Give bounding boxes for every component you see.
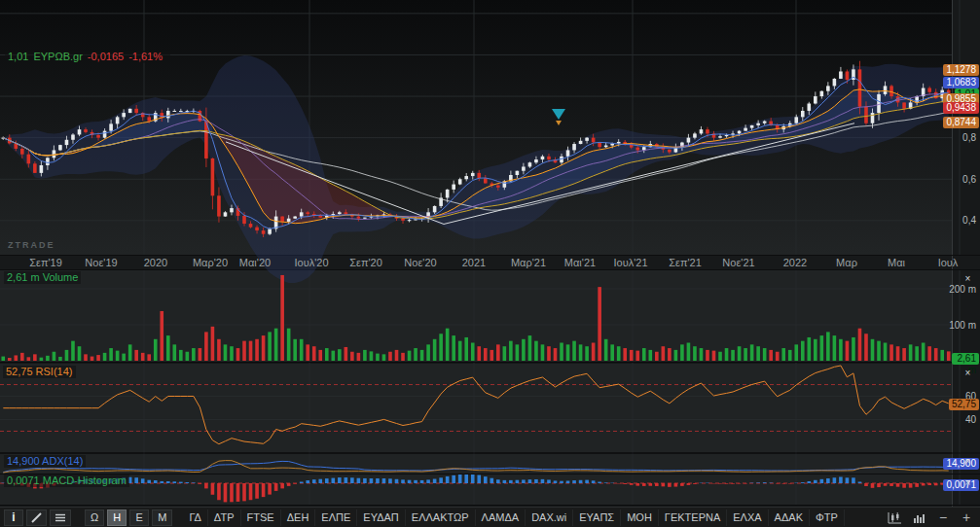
volume-pane-label: 2,61 m Volume: [4, 271, 81, 284]
platform-watermark: ZTRADE: [8, 240, 55, 250]
instrument-tab-14[interactable]: ΑΔΑΚ: [769, 509, 810, 526]
timeframe-month-button[interactable]: M: [152, 509, 172, 526]
price-axis[interactable]: 1,12781,06831,010,98550,94380,87442,61 m…: [952, 0, 980, 507]
histogram-icon: [912, 511, 926, 524]
candlestick-chart-icon: [887, 511, 902, 524]
bottom-toolbar: i Ω H E M ΓΔΔΤΡFTSEΔΕΗΕΛΠΕΕΥΔΑΠΕΛΛΑΚΤΩΡΛ…: [0, 507, 980, 527]
close-adx-pane-icon[interactable]: ×: [962, 456, 973, 467]
chart-type-button[interactable]: [884, 509, 905, 526]
symbol-quote-line: 1,01ΕΥΡΩΒ.gr-0,0165-1,61%: [5, 51, 170, 63]
timeframe-day-button[interactable]: H: [107, 509, 127, 526]
toolbar-right-group: − +: [884, 509, 976, 526]
close-volume-pane-icon[interactable]: ×: [962, 273, 973, 284]
annotation-marker-tip: [556, 121, 562, 125]
instrument-tab-13[interactable]: ΕΛΧΑ: [727, 509, 768, 526]
svg-text:Μαρ'21: Μαρ'21: [511, 257, 546, 268]
instrument-tab-6[interactable]: ΕΥΔΑΠ: [357, 509, 406, 526]
volume-value-badge: 2,61 m: [952, 353, 979, 365]
svg-text:Μαι'21: Μαι'21: [564, 257, 596, 268]
svg-text:Ιουλ'21: Ιουλ'21: [613, 257, 647, 268]
trading-app-window: 0,80,60,4200 m100 m6040Σεπ'19Νοε'192020Μ…: [0, 0, 980, 527]
instrument-tab-9[interactable]: DAX.wi: [526, 509, 573, 526]
price-axis-badge: 0,9438: [943, 102, 979, 114]
last-price-label: 1,01: [8, 51, 28, 62]
macd-value-badge: 0,0071: [943, 479, 979, 491]
rsi-value-badge: 52,75: [949, 399, 979, 410]
indicator-list-icon: [54, 511, 67, 524]
instrument-tab-4[interactable]: ΔΕΗ: [281, 509, 316, 526]
svg-text:Σεπ'19: Σεπ'19: [29, 257, 62, 268]
svg-text:2022: 2022: [783, 257, 807, 268]
instrument-tab-10[interactable]: ΕΥΑΠΣ: [573, 509, 621, 526]
svg-text:Νοε'20: Νοε'20: [404, 257, 436, 268]
instrument-tab-11[interactable]: ΜΟΗ: [621, 509, 659, 526]
instrument-tabs: ΓΔΔΤΡFTSEΔΕΗΕΛΠΕΕΥΔΑΠΕΛΛΑΚΤΩΡΛΑΜΔΑDAX.wi…: [183, 509, 844, 526]
annotation-marker-icon[interactable]: [552, 109, 565, 120]
instrument-tab-8[interactable]: ΛΑΜΔΑ: [476, 509, 526, 526]
svg-text:Μαρ'20: Μαρ'20: [193, 257, 228, 268]
info-icon: i: [12, 510, 15, 524]
chart-area[interactable]: 0,80,60,4200 m100 m6040Σεπ'19Νοε'192020Μ…: [0, 0, 980, 507]
svg-text:Νοε'21: Νοε'21: [722, 257, 754, 268]
instrument-tab-3[interactable]: FTSE: [241, 509, 281, 526]
rsi-pane-label: 52,75 RSI(14): [3, 366, 76, 378]
zoom-out-button[interactable]: −: [933, 509, 953, 526]
chart-canvas[interactable]: 0,80,60,4200 m100 m6040Σεπ'19Νοε'192020Μ…: [0, 0, 980, 507]
adx-value-badge: 14,900: [943, 458, 979, 470]
svg-text:Σεπ'20: Σεπ'20: [349, 257, 382, 268]
instrument-tab-7[interactable]: ΕΛΛΑΚΤΩΡ: [406, 509, 476, 526]
pencil-icon: [30, 511, 43, 524]
timeframe-week-button[interactable]: E: [129, 509, 149, 526]
svg-text:2021: 2021: [462, 257, 486, 268]
price-axis-badge: 1,0683: [943, 77, 979, 88]
macd-pane-label: 0,0071 MACD-Histogram: [4, 474, 129, 487]
instrument-tab-5[interactable]: ΕΛΠΕ: [315, 509, 357, 526]
svg-text:Μαι'20: Μαι'20: [239, 257, 271, 268]
svg-text:Ιουλ'20: Ιουλ'20: [294, 257, 328, 268]
svg-text:Νοε'19: Νοε'19: [85, 257, 117, 268]
info-button[interactable]: i: [4, 509, 23, 526]
price-axis-badge: 1,1278: [943, 64, 979, 76]
close-macd-pane-icon[interactable]: ×: [962, 477, 973, 488]
indicators-button[interactable]: [50, 509, 71, 526]
draw-tool-button[interactable]: [26, 509, 47, 526]
change-label: -0,0165: [88, 51, 124, 62]
change-pct-label: -1,61%: [128, 51, 163, 62]
instrument-tab-2[interactable]: ΔΤΡ: [208, 509, 241, 526]
svg-text:2020: 2020: [144, 257, 167, 268]
volume-histogram-button[interactable]: [909, 509, 929, 526]
instrument-tab-1[interactable]: ΓΔ: [183, 509, 207, 526]
svg-text:Σεπ'21: Σεπ'21: [669, 257, 702, 268]
instrument-tab-12[interactable]: ΓΕΚΤΕΡΝΑ: [659, 509, 727, 526]
adx-pane-label: 14,900 ADX(14): [4, 455, 86, 468]
zoom-in-button[interactable]: +: [957, 509, 976, 526]
instrument-tab-15[interactable]: ΦΤΡ: [810, 509, 845, 526]
omega-button[interactable]: Ω: [85, 509, 104, 526]
svg-text:Μαρ: Μαρ: [836, 257, 857, 268]
symbol-label: ΕΥΡΩΒ.gr: [33, 51, 82, 62]
price-axis-badge: 0,8744: [943, 117, 979, 128]
svg-text:Μαι: Μαι: [888, 257, 906, 268]
close-rsi-pane-icon[interactable]: ×: [962, 368, 973, 378]
